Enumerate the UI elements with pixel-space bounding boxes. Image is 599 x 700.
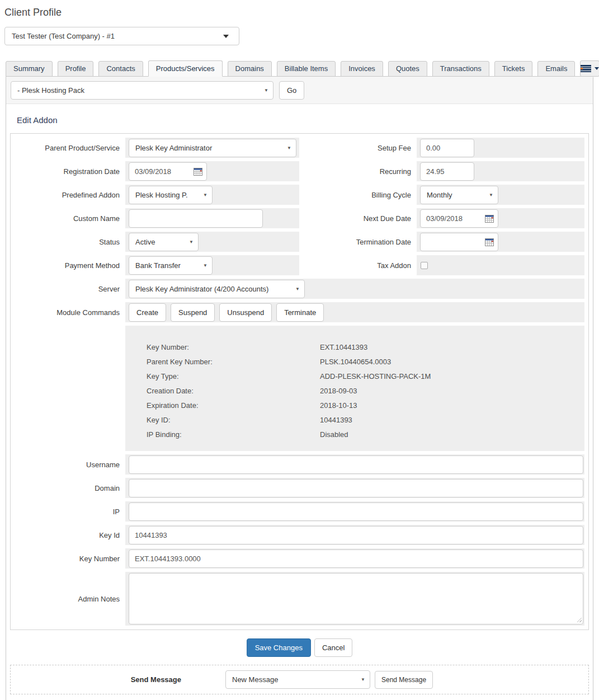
addon-select-value: - Plesk Hosting Pack <box>17 86 84 95</box>
tab-emails[interactable]: Emails <box>537 61 575 77</box>
save-changes-button[interactable]: Save Changes <box>247 638 311 657</box>
admin-notes-label: Admin Notes <box>15 572 125 626</box>
tab-profile[interactable]: Profile <box>58 61 94 77</box>
custom-name-input[interactable] <box>129 209 263 228</box>
server-cell: Plesk Key Administrator (4/200 Accounts)… <box>125 279 584 299</box>
tab-invoices[interactable]: Invoices <box>341 61 383 77</box>
send-message-label: Send Message <box>11 675 181 684</box>
key-info-value: Disabled <box>320 430 348 439</box>
key-info-value: 2018-09-03 <box>320 387 357 395</box>
next-due-date-cell <box>417 208 584 228</box>
module-create-button[interactable]: Create <box>129 303 166 322</box>
key-info-label: Key Type: <box>147 369 320 384</box>
key-info-label: Key ID: <box>147 413 320 427</box>
key-info-label: Parent Key Number: <box>147 355 320 369</box>
predefined-addon-label: Predefined Addon <box>15 185 125 205</box>
cancel-button[interactable]: Cancel <box>314 638 352 657</box>
server-select[interactable]: Plesk Key Administrator (4/200 Accounts)… <box>129 280 305 298</box>
parent-product-value: Plesk Key Administrator <box>135 144 212 152</box>
form-row: IP <box>15 501 584 522</box>
tab-overflow-menu-button[interactable] <box>580 60 599 77</box>
send-message-select[interactable]: New Message ▼ <box>225 670 370 689</box>
key-info-line: Key Number:EXT.10441393 <box>147 340 584 355</box>
key-info-value: 2018-10-13 <box>320 401 357 410</box>
key-id-input[interactable] <box>129 526 583 544</box>
termination-date-cell <box>417 232 584 252</box>
module-terminate-button[interactable]: Terminate <box>276 303 324 322</box>
predefined-addon-value: Plesk Hosting P. <box>135 191 188 199</box>
tab-products-services[interactable]: Products/Services <box>148 60 223 77</box>
addon-toolbar: - Plesk Hosting Pack ▼ Go <box>6 77 593 104</box>
calendar-icon[interactable] <box>194 167 202 176</box>
setup-fee-input[interactable] <box>420 139 474 157</box>
admin-notes-textarea[interactable] <box>129 573 583 624</box>
form-row: Key Number:EXT.10441393 Parent Key Numbe… <box>15 326 584 454</box>
calendar-icon[interactable] <box>485 238 494 246</box>
key-number-cell <box>125 548 584 569</box>
setup-fee-label: Setup Fee <box>299 138 417 158</box>
username-input[interactable] <box>129 455 583 474</box>
recurring-label: Recurring <box>299 161 417 181</box>
key-id-cell <box>125 525 584 545</box>
client-selector[interactable]: Test Tester (Test Company) - #1 <box>4 27 239 45</box>
tab-quotes[interactable]: Quotes <box>388 61 427 77</box>
addon-select[interactable]: - Plesk Hosting Pack ▼ <box>11 81 273 100</box>
send-message-button[interactable]: Send Message <box>375 671 433 689</box>
key-number-input[interactable] <box>129 549 583 568</box>
form-row: Parent Product/Service Plesk Key Adminis… <box>15 138 584 158</box>
predefined-addon-select[interactable]: Plesk Hosting P. ▼ <box>129 186 213 204</box>
calendar-icon[interactable] <box>485 214 494 223</box>
ip-cell <box>125 501 584 522</box>
parent-product-select[interactable]: Plesk Key Administrator ▼ <box>129 139 296 157</box>
billing-cycle-cell: Monthly ▼ <box>417 185 584 205</box>
billing-cycle-select[interactable]: Monthly ▼ <box>420 186 498 204</box>
select-caret-icon: ▼ <box>295 286 300 292</box>
admin-notes-cell <box>125 572 584 626</box>
recurring-input[interactable] <box>420 162 474 181</box>
key-info-value: EXT.10441393 <box>320 343 367 351</box>
next-due-date-label: Next Due Date <box>299 208 417 228</box>
status-select[interactable]: Active ▼ <box>129 233 199 251</box>
registration-date-label: Registration Date <box>15 161 125 181</box>
form-row: Predefined Addon Plesk Hosting P. ▼ Bill… <box>15 185 584 205</box>
tax-addon-label: Tax Addon <box>299 255 417 275</box>
payment-method-select[interactable]: Bank Transfer ▼ <box>129 256 213 275</box>
page-title: Client Profile <box>4 6 599 19</box>
tab-tickets[interactable]: Tickets <box>494 61 533 77</box>
send-message-box: Send Message New Message ▼ Send Message <box>10 665 589 694</box>
domain-cell <box>125 478 584 498</box>
form-row: Status Active ▼ Termination Date <box>15 232 584 252</box>
tab-billable-items[interactable]: Billable Items <box>277 61 336 77</box>
module-suspend-button[interactable]: Suspend <box>171 303 215 322</box>
tab-domains[interactable]: Domains <box>228 61 272 77</box>
setup-fee-cell <box>417 138 584 158</box>
select-caret-icon: ▼ <box>203 263 207 268</box>
module-commands-label: Module Commands <box>15 302 125 322</box>
tab-transactions[interactable]: Transactions <box>432 61 489 77</box>
key-info-value: ADD-PLESK-HOSTING-PACK-1M <box>320 372 431 380</box>
key-info-label: Key Number: <box>147 340 320 355</box>
parent-product-label: Parent Product/Service <box>15 138 125 158</box>
edit-addon-content: Edit Addon Parent Product/Service Plesk … <box>6 115 593 700</box>
key-number-label: Key Number <box>15 548 125 569</box>
form-row: Domain <box>15 478 584 498</box>
key-info-label: Creation Date: <box>147 384 320 398</box>
client-selector-value: Test Tester (Test Company) - #1 <box>12 32 115 40</box>
username-cell <box>125 454 584 475</box>
form-row: Key Number <box>15 548 584 569</box>
ip-label: IP <box>15 501 125 522</box>
tax-addon-checkbox[interactable] <box>421 262 428 269</box>
key-info-line: Expiration Date:2018-10-13 <box>147 398 584 413</box>
module-unsuspend-button[interactable]: Unsuspend <box>219 303 272 322</box>
billing-cycle-label: Billing Cycle <box>299 185 417 205</box>
payment-method-cell: Bank Transfer ▼ <box>125 255 299 275</box>
go-button[interactable]: Go <box>279 81 304 100</box>
ip-input[interactable] <box>129 502 583 521</box>
tab-summary[interactable]: Summary <box>6 61 53 77</box>
select-caret-icon: ▼ <box>361 677 365 682</box>
domain-input[interactable] <box>129 479 583 497</box>
edit-addon-form: Parent Product/Service Plesk Key Adminis… <box>10 133 589 630</box>
billing-cycle-value: Monthly <box>427 191 452 199</box>
server-label: Server <box>15 279 125 299</box>
tab-contacts[interactable]: Contacts <box>98 61 143 77</box>
